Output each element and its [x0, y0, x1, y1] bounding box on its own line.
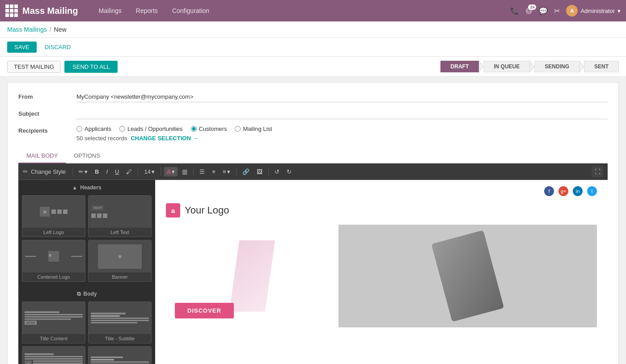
title-subtitle-2-preview	[89, 354, 151, 364]
in-icon-preview-2	[97, 213, 102, 218]
template-left-text[interactable]: TEXT Left Text	[88, 195, 152, 237]
centered-logo-label: Centered Logo	[22, 272, 85, 281]
bold-icon: B	[95, 168, 99, 175]
radio-mailing-list[interactable]: Mailing List	[235, 126, 272, 132]
bold-button[interactable]: B	[92, 167, 102, 176]
phone-icon[interactable]: 📞	[510, 7, 519, 15]
italic-icon: I	[106, 168, 108, 175]
banner-thumb: ▣	[89, 240, 151, 272]
left-logo-label: Left Logo	[22, 228, 85, 237]
more-line-2	[25, 356, 83, 357]
more-small-line-1	[33, 360, 83, 362]
toolbar-divider-2	[138, 167, 138, 176]
linkedin-social-icon[interactable]: in	[573, 186, 583, 196]
title-line-3	[25, 316, 83, 318]
radio-leads-input[interactable]	[119, 126, 125, 132]
more-title-preview: ▣ MORE	[22, 351, 85, 364]
tw-icon-preview	[63, 209, 68, 214]
image-icon: 🖼	[257, 168, 262, 175]
logo-box: a	[166, 203, 180, 218]
radio-mailing-list-input[interactable]	[235, 126, 241, 132]
tw-icon-preview-2	[103, 213, 107, 218]
twitter-social-icon[interactable]: t	[587, 186, 597, 196]
top-navigation: Mass Mailing Mailings Reports Configurat…	[0, 0, 626, 21]
toolbar-divider-3	[161, 167, 161, 176]
admin-menu[interactable]: A Administrator ▾	[566, 5, 621, 17]
notifications-icon-wrap[interactable]: @ 24	[525, 7, 533, 15]
title-line-2	[25, 314, 83, 315]
more-small-line-2	[33, 363, 83, 364]
nav-configuration[interactable]: Configuration	[165, 0, 216, 21]
template-title-subtitle-2[interactable]: Title Subtitle	[88, 346, 152, 364]
admin-avatar: A	[566, 5, 578, 17]
logo-text: Your Logo	[185, 205, 229, 216]
radio-leads[interactable]: Leads / Opportunities	[119, 126, 183, 132]
change-style-label[interactable]: Change Style	[31, 168, 66, 175]
google-social-icon[interactable]: g+	[558, 186, 568, 196]
send-to-all-button[interactable]: SEND TO ALL	[64, 61, 118, 73]
text-style-button[interactable]: ✏ ▾	[76, 167, 90, 176]
nav-reports[interactable]: Reports	[129, 0, 165, 21]
nav-mailings[interactable]: Mailings	[91, 0, 128, 21]
font-color-button[interactable]: A ▾	[164, 167, 178, 176]
image-button[interactable]: 🖼	[254, 167, 265, 176]
copy-icon: ⧉	[77, 291, 81, 297]
radio-applicants-input[interactable]	[76, 126, 82, 132]
underline-button[interactable]: U	[112, 167, 122, 176]
editor-tabs: MAIL BODY OPTIONS	[18, 149, 608, 163]
template-more-title-content[interactable]: ▣ MORE More Title Content	[22, 346, 85, 364]
toolbar-divider-5	[236, 167, 237, 176]
template-centered-logo[interactable]: ▣ Centered Logo	[22, 240, 85, 282]
italic-button[interactable]: I	[103, 167, 110, 176]
body-label: Body	[84, 291, 97, 297]
discover-button[interactable]: DISCOVER	[175, 303, 234, 318]
change-selection-link[interactable]: CHANGE SELECTION →	[131, 135, 198, 142]
section-chevron-icon: ▲	[72, 184, 77, 191]
title-content-thumb: MORE	[22, 302, 85, 334]
radio-customers-input[interactable]	[191, 126, 197, 132]
sending-step-label[interactable]: SENDING	[534, 61, 579, 72]
link-button[interactable]: 🔗	[240, 167, 252, 176]
title-subtitle-label: Title - Subtitle	[89, 334, 151, 343]
from-input[interactable]	[76, 92, 608, 102]
toolbar-divider-4	[193, 167, 194, 176]
template-title-subtitle[interactable]: Title - Subtitle	[88, 301, 152, 343]
chat-icon[interactable]: 💬	[539, 7, 548, 15]
test-mailing-button[interactable]: TEST MAILING	[7, 61, 61, 73]
draft-step-label[interactable]: DRAFT	[440, 61, 479, 72]
editor-wrapper: ▲ Headers ▣	[18, 180, 608, 364]
scissors-icon[interactable]: ✂	[554, 7, 560, 15]
breadcrumb-separator: /	[50, 26, 51, 33]
highlight-button[interactable]: ▥	[179, 167, 190, 176]
undo-button[interactable]: ↺	[272, 167, 282, 176]
radio-customers[interactable]: Customers	[191, 126, 227, 132]
redo-icon: ↻	[287, 168, 292, 175]
underline-icon: U	[115, 168, 119, 175]
bullet-list-button[interactable]: ☰	[197, 167, 207, 176]
numbered-list-button[interactable]: ≡	[209, 167, 218, 176]
recipients-row-wrap: Recipients Applicants Leads / Opportunit…	[18, 126, 608, 142]
step-arrow-3	[579, 60, 584, 73]
more-btn-preview: MORE	[25, 321, 37, 325]
apps-menu-icon[interactable]	[5, 4, 18, 17]
template-left-logo[interactable]: ▣ Left Logo	[22, 195, 85, 237]
template-banner[interactable]: ▣ Banner	[88, 240, 152, 282]
discard-button[interactable]: DISCARD	[40, 42, 76, 53]
tab-options[interactable]: OPTIONS	[66, 149, 108, 163]
breadcrumb-parent[interactable]: Mass Mailings	[7, 26, 47, 33]
align-button[interactable]: ≡ ▾	[220, 167, 233, 176]
expand-button[interactable]: ⛶	[592, 166, 603, 177]
sent-step-label[interactable]: SENT	[584, 61, 619, 72]
headers-label: Headers	[80, 184, 101, 191]
font-size-button[interactable]: 14 ▾	[141, 167, 157, 176]
subject-input[interactable]	[76, 109, 608, 119]
save-button[interactable]: SAVE	[7, 42, 37, 53]
in-queue-step-label[interactable]: IN QUEUE	[483, 61, 530, 72]
redo-button[interactable]: ↻	[284, 167, 294, 176]
facebook-social-icon[interactable]: f	[544, 186, 554, 196]
template-title-content[interactable]: MORE Title Content	[22, 301, 85, 343]
radio-applicants[interactable]: Applicants	[76, 126, 111, 132]
more-thumb-img: ▣	[25, 360, 32, 364]
tab-mail-body[interactable]: MAIL BODY	[18, 149, 66, 163]
color-picker-button[interactable]: 🖊	[123, 167, 135, 176]
